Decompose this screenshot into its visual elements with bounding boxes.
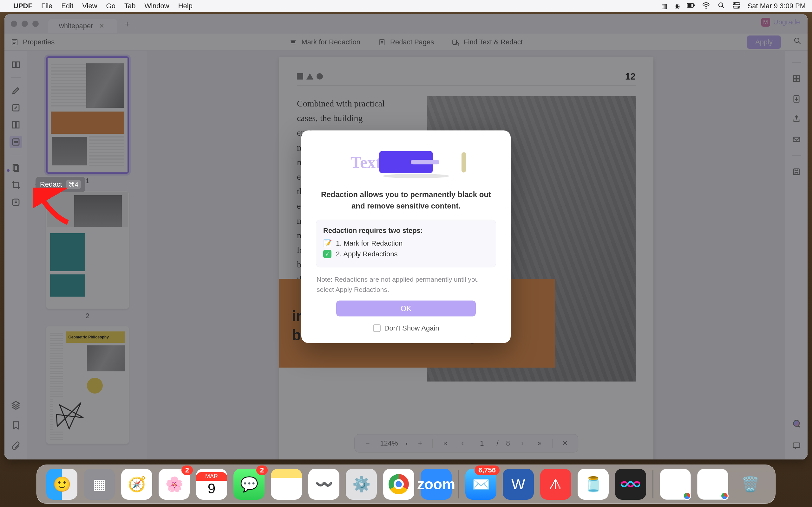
prev-page-button[interactable]: ‹ (458, 439, 467, 448)
page-input[interactable] (475, 439, 489, 447)
dock-word[interactable]: W (503, 469, 534, 500)
window-close-button[interactable] (11, 20, 17, 27)
dialog-ok-button[interactable]: OK (336, 301, 476, 317)
apply-button[interactable]: Apply (747, 36, 781, 49)
svg-rect-37 (793, 169, 799, 175)
thumbnail-page-3[interactable]: Geometric Philosophy (46, 326, 129, 444)
properties-button[interactable]: Properties (11, 38, 55, 46)
menubar-battery-icon[interactable] (687, 2, 695, 10)
dock-calendar[interactable]: MAR9 (196, 469, 227, 500)
close-navigator-button[interactable]: ✕ (560, 439, 570, 448)
dock-messages[interactable]: 💬2 (234, 469, 264, 500)
menubar-wifi-icon[interactable] (702, 2, 710, 10)
menu-help[interactable]: Help (178, 2, 193, 10)
menubar-spotlight-icon[interactable] (717, 2, 725, 10)
crop-tool[interactable] (9, 179, 22, 191)
last-page-button[interactable]: » (535, 439, 544, 448)
page-tools[interactable] (9, 162, 22, 174)
dock-launchpad[interactable]: ▦ (84, 469, 115, 500)
svg-rect-38 (793, 443, 800, 447)
svg-rect-33 (793, 79, 796, 81)
window-minimize-button[interactable] (21, 20, 28, 27)
cal-day: 9 (208, 481, 215, 497)
menu-tab[interactable]: Tab (124, 2, 136, 10)
menubar-grammarly-icon[interactable]: ◉ (674, 2, 680, 10)
menu-window[interactable]: Window (144, 2, 169, 10)
menu-file[interactable]: File (41, 2, 52, 10)
thumbnails-toggle[interactable] (790, 72, 803, 85)
dock-photos-badge: 2 (182, 465, 193, 475)
export-button[interactable] (790, 93, 803, 105)
tab-close-icon[interactable]: ✕ (99, 22, 104, 30)
save-button[interactable] (790, 165, 803, 178)
attachments-tool[interactable] (9, 439, 22, 452)
thumbnail-number: 1 (85, 177, 89, 185)
find-and-redact-button[interactable]: Find Text & Redact (452, 38, 522, 46)
dialog-note: Note: Redactions are not applied permane… (316, 274, 496, 294)
dock-app-wave[interactable] (615, 469, 646, 500)
dock-trash[interactable]: 🗑️ (734, 469, 766, 500)
window-maximize-button[interactable] (32, 20, 39, 27)
zoom-in-button[interactable]: + (415, 439, 425, 448)
dock-freeform[interactable]: 〰️ (308, 469, 339, 500)
dock-photos[interactable]: 🌸2 (159, 469, 190, 500)
upgrade-button[interactable]: M Upgrade (761, 18, 800, 26)
menu-view[interactable]: View (82, 2, 97, 10)
redact-pages-button[interactable]: Redact Pages (378, 38, 434, 46)
svg-rect-31 (793, 76, 796, 78)
tab-title: whitepaper (59, 22, 93, 30)
dock-safari[interactable]: 🧭 (121, 469, 152, 500)
svg-rect-34 (797, 79, 799, 81)
svg-line-20 (458, 45, 459, 46)
next-page-button[interactable]: › (518, 439, 527, 448)
dock-finder[interactable]: 🙂 (46, 469, 78, 500)
menubar-tray-icon[interactable]: ▦ (661, 2, 667, 10)
annotation-arrow (33, 187, 71, 227)
dock-zoom[interactable]: zoom (420, 469, 452, 500)
add-tab-button[interactable]: ＋ (123, 18, 132, 30)
menu-edit[interactable]: Edit (61, 2, 73, 10)
menubar-clock[interactable]: Sat Mar 9 3:09 PM (748, 2, 806, 10)
dock-mail[interactable]: ✉️6,756 (465, 469, 496, 500)
left-tool-strip (4, 51, 27, 459)
edit-text-tool[interactable] (9, 101, 22, 114)
dock-minimized-window-2[interactable] (697, 469, 728, 500)
mark-for-redaction-button[interactable]: Mark for Redaction (289, 38, 360, 46)
search-icon[interactable] (794, 37, 801, 47)
dont-show-again-row[interactable]: Don't Show Again (316, 324, 496, 332)
thumbnail-page-1[interactable] (46, 56, 129, 174)
comments-button[interactable] (790, 439, 803, 452)
check-icon: ✓ (323, 250, 332, 258)
page-navigator: − 124% ▾ + « ‹ / 8 › » ✕ (354, 434, 578, 452)
annotate-tool[interactable] (9, 84, 22, 97)
share-button[interactable] (790, 113, 803, 125)
ai-assistant-button[interactable] (790, 418, 803, 430)
zoom-out-button[interactable]: − (363, 439, 372, 448)
layers-tool[interactable] (9, 399, 22, 411)
zoom-dropdown-icon[interactable]: ▾ (405, 441, 408, 446)
redact-tool[interactable] (9, 135, 22, 148)
svg-point-21 (795, 38, 799, 43)
dock-minimized-window-1[interactable] (660, 469, 691, 500)
form-tool[interactable] (9, 196, 22, 209)
email-button[interactable] (790, 133, 803, 146)
dont-show-checkbox[interactable] (373, 325, 380, 332)
pencil-icon: 📝 (323, 239, 332, 247)
dock-acrobat[interactable]: ⩚ (540, 469, 571, 500)
dock-settings[interactable]: ⚙️ (346, 469, 377, 500)
reader-tool[interactable] (9, 58, 22, 71)
svg-rect-24 (13, 122, 15, 128)
organize-pages-tool[interactable] (9, 118, 22, 131)
chrome-badge-icon (720, 492, 728, 500)
thumbnail-number: 2 (85, 312, 89, 320)
first-page-button[interactable]: « (441, 439, 450, 448)
dock-notes[interactable] (271, 469, 302, 500)
dock-ink[interactable]: 🫙 (577, 469, 609, 500)
dock-chrome[interactable] (383, 469, 414, 500)
menubar-app-name[interactable]: UPDF (13, 2, 32, 10)
menu-go[interactable]: Go (106, 2, 115, 10)
bookmarks-tool[interactable] (9, 419, 22, 432)
zoom-level[interactable]: 124% (380, 439, 398, 447)
menubar-control-center-icon[interactable] (732, 2, 741, 10)
document-tab[interactable]: whitepaper ✕ (48, 19, 117, 33)
